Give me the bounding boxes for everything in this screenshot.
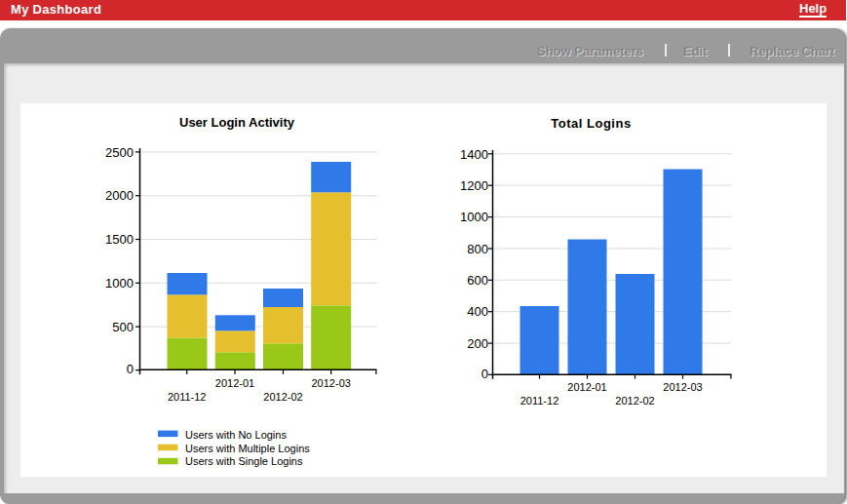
svg-text:2012-03: 2012-03 (312, 377, 351, 389)
svg-text:1500: 1500 (105, 232, 134, 247)
svg-text:0: 0 (127, 362, 134, 376)
svg-text:2012-01: 2012-01 (567, 381, 606, 393)
svg-text:2500: 2500 (105, 145, 134, 160)
svg-text:0: 0 (481, 367, 488, 381)
svg-text:2012-01: 2012-01 (215, 377, 254, 389)
svg-text:500: 500 (112, 320, 134, 334)
svg-text:1400: 1400 (460, 147, 488, 162)
svg-text:User Login Activity: User Login Activity (179, 115, 295, 130)
svg-text:2011-12: 2011-12 (520, 395, 559, 407)
svg-text:2000: 2000 (105, 188, 134, 203)
svg-text:800: 800 (467, 242, 488, 256)
svg-text:2011-12: 2011-12 (168, 391, 207, 403)
svg-text:Total Logins: Total Logins (551, 116, 631, 131)
svg-text:Users with Single Logins: Users with Single Logins (185, 455, 303, 467)
svg-text:2012-02: 2012-02 (263, 391, 302, 403)
svg-text:Users with No Logins: Users with No Logins (185, 429, 287, 441)
svg-text:2012-02: 2012-02 (615, 395, 654, 407)
svg-text:Users with Multiple Logins: Users with Multiple Logins (185, 443, 310, 454)
svg-text:1200: 1200 (460, 178, 488, 193)
svg-text:400: 400 (467, 304, 488, 319)
svg-text:1000: 1000 (105, 276, 134, 291)
svg-text:200: 200 (467, 336, 488, 351)
svg-text:600: 600 (467, 273, 488, 288)
svg-text:1000: 1000 (460, 210, 488, 224)
svg-text:2012-03: 2012-03 (663, 381, 702, 393)
